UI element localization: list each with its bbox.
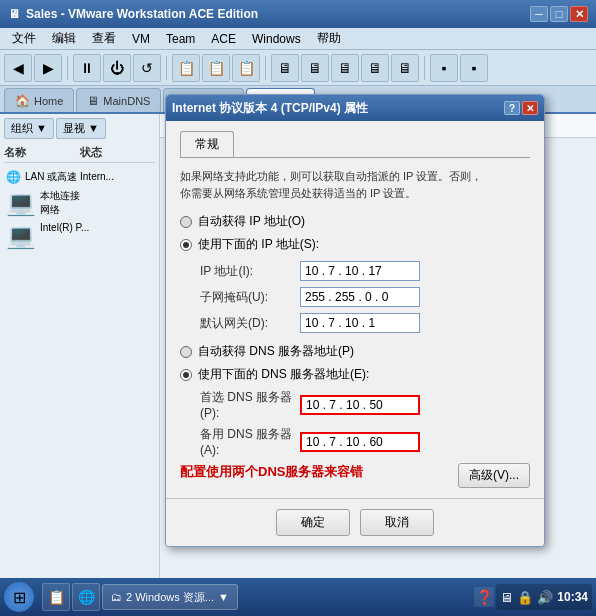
toolbar-icon1[interactable]: 📋 [172, 54, 200, 82]
tab-home-label: Home [34, 95, 63, 107]
toolbar-screen2[interactable]: ▪ [460, 54, 488, 82]
app-title: Sales - VMware Workstation ACE Edition [26, 7, 258, 21]
dialog-title-bar: Internet 协议版本 4 (TCP/IPv4) 属性 ? ✕ [166, 95, 544, 121]
subnet-row: 子网掩码(U): 255 . 255 . 0 . 0 [180, 287, 530, 307]
intel-icon: 💻 [6, 222, 36, 250]
dns-radio-group: 自动获得 DNS 服务器地址(P) 使用下面的 DNS 服务器地址(E): [180, 343, 530, 383]
toolbar-sep3 [265, 56, 266, 80]
system-tray: 🖥 🔒 🔊 10:34 [496, 584, 592, 610]
start-button[interactable]: ⊞ [4, 582, 34, 612]
cancel-button[interactable]: 取消 [360, 509, 434, 536]
taskbar: ⊞ 📋 🌐 🗂 2 Windows 资源... ▼ ❓ 🖥 🔒 🔊 10:34 [0, 578, 596, 616]
toolbar-sep4 [424, 56, 425, 80]
minimize-button[interactable]: ─ [530, 6, 548, 22]
menu-bar: 文件 编辑 查看 VM Team ACE Windows 帮助 [0, 28, 596, 50]
toolbar-icon8[interactable]: 🖥 [391, 54, 419, 82]
taskbar-icon1[interactable]: 📋 [42, 583, 70, 611]
close-button[interactable]: ✕ [570, 6, 588, 22]
ok-button[interactable]: 确定 [276, 509, 350, 536]
dialog-close-button[interactable]: ✕ [522, 101, 538, 115]
dialog-help-button[interactable]: ? [504, 101, 520, 115]
sidebar-item-local[interactable]: 💻 本地连接 网络 [4, 187, 155, 220]
menu-team[interactable]: Team [158, 30, 203, 48]
ip-address-row: IP 地址(I): 10 . 7 . 10 . 17 [180, 261, 530, 281]
auto-ip-label: 自动获得 IP 地址(O) [198, 213, 305, 230]
toolbar-sep2 [166, 56, 167, 80]
menu-file[interactable]: 文件 [4, 28, 44, 49]
tab-maindns-label: MainDNS [103, 95, 150, 107]
ip-auto-group: 自动获得 IP 地址(O) 使用下面的 IP 地址(S): [180, 213, 530, 253]
maximize-button[interactable]: □ [550, 6, 568, 22]
tab-maindns[interactable]: 🖥 MainDNS [76, 88, 161, 112]
sidebar-col-status: 状态 [80, 145, 156, 160]
sidebar-col-name: 名称 [4, 145, 80, 160]
lan-icon: 🌐 [6, 170, 21, 184]
toolbar-refresh[interactable]: ↺ [133, 54, 161, 82]
manual-dns-radio[interactable]: 使用下面的 DNS 服务器地址(E): [180, 366, 530, 383]
secondary-dns-label: 备用 DNS 服务器(A): [200, 426, 300, 457]
warning-text: 配置使用两个DNS服务器来容错 [180, 464, 363, 479]
tray-volume-icon: 🔊 [537, 590, 553, 605]
toolbar-icon7[interactable]: 🖥 [361, 54, 389, 82]
auto-dns-radio-input[interactable] [180, 346, 192, 358]
menu-view[interactable]: 查看 [84, 28, 124, 49]
toolbar-suspend[interactable]: ⏸ [73, 54, 101, 82]
auto-ip-radio[interactable]: 自动获得 IP 地址(O) [180, 213, 530, 230]
manual-dns-label: 使用下面的 DNS 服务器地址(E): [198, 366, 369, 383]
toolbar-icon3[interactable]: 📋 [232, 54, 260, 82]
taskbar-dropdown-icon: ▼ [218, 591, 229, 603]
manual-ip-radio[interactable]: 使用下面的 IP 地址(S): [180, 236, 530, 253]
sidebar-intel-label: Intel(R) P... [40, 222, 89, 233]
quick-launch: ❓ [474, 587, 494, 607]
organize-button[interactable]: 组织 ▼ [4, 118, 54, 139]
view-button[interactable]: 显视 ▼ [56, 118, 106, 139]
taskbar-icon2[interactable]: 🌐 [72, 583, 100, 611]
menu-help[interactable]: 帮助 [309, 28, 349, 49]
menu-vm[interactable]: VM [124, 30, 158, 48]
gateway-field[interactable]: 10 . 7 . 10 . 1 [300, 313, 420, 333]
manual-ip-radio-input[interactable] [180, 239, 192, 251]
menu-edit[interactable]: 编辑 [44, 28, 84, 49]
menu-ace[interactable]: ACE [203, 30, 244, 48]
primary-dns-field[interactable]: 10 . 7 . 10 . 50 [300, 395, 420, 415]
taskbar-tray-icon1[interactable]: ❓ [474, 587, 494, 607]
ip-address-label: IP 地址(I): [200, 263, 300, 280]
toolbar-back[interactable]: ◀ [4, 54, 32, 82]
advanced-button[interactable]: 高级(V)... [458, 463, 530, 488]
secondary-dns-field[interactable]: 10 . 7 . 10 . 60 [300, 432, 420, 452]
toolbar-screen1[interactable]: ▪ [430, 54, 458, 82]
maindns-icon: 🖥 [87, 94, 99, 108]
menu-windows[interactable]: Windows [244, 30, 309, 48]
manual-dns-radio-input[interactable] [180, 369, 192, 381]
taskbar-windows-item[interactable]: 🗂 2 Windows 资源... ▼ [102, 584, 238, 610]
toolbar-icon2[interactable]: 📋 [202, 54, 230, 82]
subnet-label: 子网掩码(U): [200, 289, 300, 306]
toolbar: ◀ ▶ ⏸ ⏻ ↺ 📋 📋 📋 🖥 🖥 🖥 🖥 🖥 ▪ ▪ [0, 50, 596, 86]
primary-dns-label: 首选 DNS 服务器(P): [200, 389, 300, 420]
auto-dns-radio[interactable]: 自动获得 DNS 服务器地址(P) [180, 343, 530, 360]
toolbar-icon4[interactable]: 🖥 [271, 54, 299, 82]
toolbar-sep1 [67, 56, 68, 80]
auto-ip-radio-input[interactable] [180, 216, 192, 228]
sidebar-item-intel[interactable]: 💻 Intel(R) P... [4, 220, 155, 253]
secondary-dns-row: 备用 DNS 服务器(A): 10 . 7 . 10 . 60 [180, 426, 530, 457]
dialog-tab-general[interactable]: 常规 [180, 131, 234, 157]
subnet-value: 255 . 255 . 0 . 0 [305, 290, 388, 304]
gateway-label: 默认网关(D): [200, 315, 300, 332]
ip-address-field[interactable]: 10 . 7 . 10 . 17 [300, 261, 420, 281]
dns-section: 自动获得 DNS 服务器地址(P) 使用下面的 DNS 服务器地址(E): 首选… [180, 343, 530, 457]
dialog-tab-bar: 常规 [180, 131, 530, 158]
ip-address-value: 10 . 7 . 10 . 17 [305, 264, 382, 278]
toolbar-icon6[interactable]: 🖥 [331, 54, 359, 82]
sidebar-item-lan[interactable]: 🌐 LAN 或高速 Intern... [4, 167, 155, 187]
home-icon: 🏠 [15, 94, 30, 108]
toolbar-forward[interactable]: ▶ [34, 54, 62, 82]
app-icon: 🖥 [8, 7, 20, 21]
toolbar-icon5[interactable]: 🖥 [301, 54, 329, 82]
auto-dns-label: 自动获得 DNS 服务器地址(P) [198, 343, 354, 360]
sidebar-lan-label: LAN 或高速 Intern... [25, 170, 114, 184]
tab-home[interactable]: 🏠 Home [4, 88, 74, 112]
tray-security-icon: 🔒 [517, 590, 533, 605]
toolbar-power[interactable]: ⏻ [103, 54, 131, 82]
subnet-field[interactable]: 255 . 255 . 0 . 0 [300, 287, 420, 307]
